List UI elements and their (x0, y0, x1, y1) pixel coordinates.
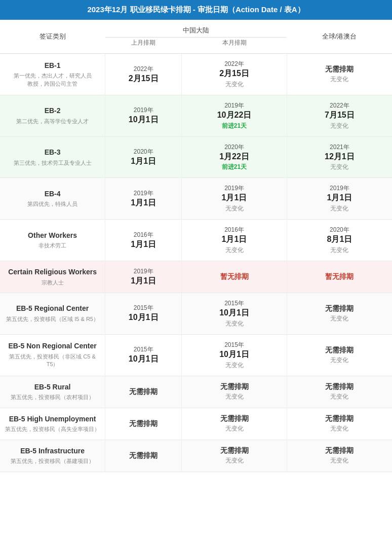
world-change-eb3: 无变化 (291, 163, 388, 171)
china-current-change-eb1: 无变化 (186, 80, 283, 89)
china-current-year-eb4: 2019年 (186, 184, 283, 193)
world-eb5-rural: 无需排期无变化 (287, 376, 392, 408)
china-current-unavail-religious: 暂无排期 (186, 272, 283, 281)
china-current-date-eb5-regional: 10月1日 (186, 308, 283, 318)
visa-desc-eb3: 第三优先，技术劳工及专业人士 (5, 159, 100, 167)
china-last-date-eb3: 1月1日 (109, 156, 177, 167)
china-last-main-eb5-rural: 无需排期 (109, 387, 177, 397)
world-eb2: 2022年7月15日无变化 (287, 95, 392, 136)
world-year-eb3: 2021年 (291, 143, 388, 152)
china-current-eb3: 2020年1月22日前进21天 (182, 136, 287, 178)
china-current-change-eb5-regional: 无变化 (186, 319, 283, 328)
china-current-year-eb2: 2019年 (186, 101, 283, 110)
china-last-year-eb4: 2019年 (109, 189, 177, 198)
table-row: EB-5 High Unemployment第五优先，投资移民（高失业率项目）无… (0, 408, 392, 440)
china-last-eb5-high-unemp: 无需排期 (105, 408, 182, 440)
china-last-year-eb3: 2020年 (109, 148, 177, 156)
visa-name-eb5-infra: EB-5 Infrastructure (5, 446, 100, 456)
world-date-other-workers: 8月1日 (291, 234, 388, 245)
china-last-eb4: 2019年1月1日 (105, 178, 182, 220)
table-row: EB-5 Non Regional Center第五优先，投资移民（非区域 C5… (0, 334, 392, 376)
china-current-date-eb5-non-regional: 10月1日 (186, 349, 283, 360)
world-change-eb5-regional: 无变化 (291, 314, 388, 323)
visa-name-eb5-non-regional: EB-5 Non Regional Center (5, 341, 100, 351)
visa-cell-eb5-regional: EB-5 Regional Center第五优先，投资移民（区域 I5 & R5… (0, 293, 105, 334)
china-last-date-eb5-regional: 10月1日 (109, 312, 177, 323)
china-last-main-eb5-high-unemp: 无需排期 (109, 419, 177, 428)
world-change-eb4: 无变化 (291, 204, 388, 213)
table-row: Certain Religious Workers宗教人士2019年1月1日暂无… (0, 261, 392, 293)
china-current-change-eb2: 前进21天 (186, 122, 283, 130)
table-row: Other Workers非技术劳工2016年1月1日2016年1月1日无变化2… (0, 220, 392, 261)
table-row: EB-1第一优先，杰出人才，研究人员 教授，跨国公司主管2022年2月15日20… (0, 54, 392, 95)
world-change-eb5-non-regional: 无变化 (291, 356, 388, 365)
world-main-eb5-rural: 无需排期 (291, 382, 388, 391)
china-current-year-other-workers: 2016年 (186, 226, 283, 234)
world-change-eb5-high-unemp: 无变化 (291, 424, 388, 433)
china-current-change-other-workers: 无变化 (186, 246, 283, 255)
china-current-change-eb5-infra: 无变化 (186, 456, 283, 465)
china-current-date-eb4: 1月1日 (186, 193, 283, 203)
china-current-year-eb5-non-regional: 2015年 (186, 341, 283, 349)
china-last-year-eb1: 2022年 (109, 65, 177, 74)
china-current-eb2: 2019年10月22日前进21天 (182, 95, 287, 136)
table-row: EB-5 Rural第五优先，投资移民（农村项目）无需排期无需排期无变化无需排期… (0, 376, 392, 408)
china-current-eb5-rural: 无需排期无变化 (182, 376, 287, 408)
china-last-date-eb5-non-regional: 10月1日 (109, 354, 177, 365)
china-last-date-religious: 1月1日 (109, 276, 177, 287)
world-year-eb4: 2019年 (291, 184, 388, 193)
china-current-change-eb3: 前进21天 (186, 163, 283, 171)
china-current-main-eb5-rural: 无需排期 (186, 382, 283, 391)
col-header-last-period: 上月排期 (105, 38, 182, 54)
world-date-eb4: 1月1日 (291, 193, 388, 203)
china-current-change-eb4: 无变化 (186, 204, 283, 213)
world-eb3: 2021年12月1日无变化 (287, 136, 392, 178)
world-eb1: 无需排期无变化 (287, 54, 392, 95)
world-eb5-regional: 无需排期无变化 (287, 293, 392, 334)
china-last-eb3: 2020年1月1日 (105, 136, 182, 178)
table-row: EB-5 Infrastructure第五优先，投资移民（基建项目）无需排期无需… (0, 440, 392, 472)
china-current-year-eb3: 2020年 (186, 143, 283, 152)
china-last-religious: 2019年1月1日 (105, 261, 182, 293)
china-last-year-eb5-regional: 2015年 (109, 304, 177, 312)
china-current-change-eb5-non-regional: 无变化 (186, 361, 283, 370)
china-last-eb5-infra: 无需排期 (105, 440, 182, 472)
china-current-main-eb5-high-unemp: 无需排期 (186, 414, 283, 423)
visa-cell-eb4: EB-4第四优先，特殊人员 (0, 178, 105, 220)
china-current-religious: 暂无排期 (182, 261, 287, 293)
china-last-year-eb2: 2019年 (109, 106, 177, 115)
visa-desc-eb5-rural: 第五优先，投资移民（农村项目） (5, 393, 100, 401)
page-header: 2023年12月 职业移民绿卡排期 - 审批日期（Action Date / 表… (0, 0, 392, 20)
visa-desc-eb5-high-unemp: 第五优先，投资移民（高失业率项目） (5, 425, 100, 433)
table-row: EB-3第三优先，技术劳工及专业人士2020年1月1日2020年1月22日前进2… (0, 136, 392, 178)
visa-cell-other-workers: Other Workers非技术劳工 (0, 220, 105, 261)
china-last-eb2: 2019年10月1日 (105, 95, 182, 136)
visa-name-eb4: EB-4 (5, 189, 100, 199)
china-last-year-religious: 2019年 (109, 267, 177, 276)
visa-name-eb5-regional: EB-5 Regional Center (5, 304, 100, 314)
visa-name-religious: Certain Religious Workers (5, 267, 100, 277)
visa-cell-eb3: EB-3第三优先，技术劳工及专业人士 (0, 136, 105, 178)
china-current-year-eb1: 2022年 (186, 60, 283, 68)
visa-desc-eb5-infra: 第五优先，投资移民（基建项目） (5, 457, 100, 465)
visa-desc-eb5-non-regional: 第五优先，投资移民（非区域 C5 & T5） (5, 353, 100, 369)
china-current-date-eb1: 2月15日 (186, 68, 283, 79)
visa-name-eb3: EB-3 (5, 148, 100, 158)
world-eb5-non-regional: 无需排期无变化 (287, 334, 392, 376)
world-year-other-workers: 2020年 (291, 226, 388, 234)
table-row: EB-4第四优先，特殊人员2019年1月1日2019年1月1日无变化2019年1… (0, 178, 392, 220)
china-last-eb5-regional: 2015年10月1日 (105, 293, 182, 334)
visa-cell-eb2: EB-2第二优先，高等学位专业人才 (0, 95, 105, 136)
world-main-eb5-non-regional: 无需排期 (291, 346, 388, 355)
china-current-eb4: 2019年1月1日无变化 (182, 178, 287, 220)
world-year-eb2: 2022年 (291, 101, 388, 110)
china-current-eb5-infra: 无需排期无变化 (182, 440, 287, 472)
visa-name-eb1: EB-1 (5, 61, 100, 71)
china-last-year-other-workers: 2016年 (109, 231, 177, 239)
china-current-other-workers: 2016年1月1日无变化 (182, 220, 287, 261)
china-last-eb5-rural: 无需排期 (105, 376, 182, 408)
world-change-eb5-rural: 无变化 (291, 392, 388, 401)
header-title: 2023年12月 职业移民绿卡排期 - 审批日期（Action Date / 表… (87, 5, 304, 14)
visa-desc-eb2: 第二优先，高等学位专业人才 (5, 118, 100, 125)
visa-desc-eb4: 第四优先，特殊人员 (5, 200, 100, 208)
